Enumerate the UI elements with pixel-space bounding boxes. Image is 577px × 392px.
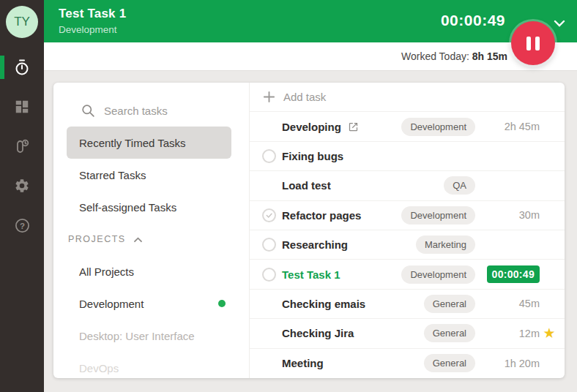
main-panel: Recently Timed Tasks Starred Tasks Self-… [53,83,565,378]
sidebar: TY ? [0,0,44,392]
search-icon [81,104,95,118]
current-task-title: Test Task 1 [59,7,126,21]
task-time: 12m [519,328,540,339]
current-task-project: Development [59,24,126,35]
nav-item[interactable]: All Projects [53,255,249,287]
task-time: 45m [519,298,540,309]
task-pane: Add task Developing Development 2h 45m ★… [250,83,565,378]
checkbox-slot [256,238,282,252]
checkbox-slot [256,149,282,163]
worked-today-value: 8h 15m [472,50,507,62]
nav-item[interactable]: DevOps [53,352,249,378]
task-title: Checking emais [282,298,365,310]
nav-item-label: Desktop: User Interface [79,330,195,342]
task-title: Fixing bugs [282,150,343,162]
chevron-down-icon[interactable] [554,18,565,26]
task-row[interactable]: Meeting General 1h 20m ★ [250,349,565,378]
nav-item-label: Development [79,298,144,310]
nav-item-label: Self-assigned Tasks [79,201,176,214]
pause-button[interactable] [511,21,555,65]
task-time: 2h 45m [505,121,540,132]
nav-item[interactable]: Desktop: User Interface [53,320,249,352]
check-icon [265,211,273,219]
pause-icon [535,37,540,50]
task-row[interactable]: Test Task 1 Development 00:00:49 ★ [250,260,565,289]
task-time-column: 30m [475,209,540,221]
task-time-column: 00:00:49 [475,265,540,283]
project-status-dot [218,300,226,307]
time-entries-icon[interactable] [0,130,44,162]
pause-icon [526,37,531,50]
task-title: Refactor pages [282,209,361,222]
task-title: Load test [282,179,331,192]
task-row[interactable]: Load test QA ★ [250,171,565,200]
timer-icon[interactable] [0,51,44,83]
task-checkbox[interactable] [262,208,276,222]
chevron-up-icon [133,236,143,243]
task-checkbox[interactable] [262,149,276,163]
add-task-button[interactable]: Add task [250,83,565,112]
task-row[interactable]: Researching Marketing ★ [250,230,565,260]
task-checkbox[interactable] [262,268,276,282]
task-time: 1h 20m [505,358,540,369]
task-tag: General [424,324,475,342]
nav-item-label: Recently Timed Tasks [79,137,186,149]
worked-today: Worked Today: 8h 15m [401,50,507,62]
task-tag: QA [444,176,475,195]
dashboard-icon[interactable] [0,91,44,123]
task-title: Test Task 1 [282,268,340,281]
nav-item[interactable]: Recently Timed Tasks [67,127,231,159]
nav-item-label: DevOps [79,362,119,374]
worked-today-label: Worked Today: [401,50,469,62]
timer-header: Test Task 1 Development 00:00:49 [44,0,577,42]
search-row [53,94,249,127]
nav-item-label: Starred Tasks [79,169,146,181]
task-row[interactable]: Developing Development 2h 45m ★ [250,112,565,141]
checkbox-slot [256,268,282,282]
task-checkbox[interactable] [262,238,276,252]
nav-item[interactable]: Development [53,287,249,320]
search-input[interactable] [104,105,214,117]
nav-item[interactable]: Starred Tasks [53,159,249,191]
external-link-icon[interactable] [348,121,359,132]
nav-pane: Recently Timed Tasks Starred Tasks Self-… [53,83,250,378]
settings-icon[interactable] [0,170,44,202]
task-row[interactable]: Checking emais General 45m ★ [250,290,565,319]
timer-badge: 00:00:49 [487,265,540,283]
task-row[interactable]: Checking Jira General 12m ★ [250,319,565,348]
star-icon[interactable]: ★ [540,326,559,340]
checkbox-slot [256,208,282,222]
task-time: 30m [519,209,540,221]
status-strip: Worked Today: 8h 15m [44,42,577,71]
help-icon[interactable]: ? [0,209,44,241]
task-tag: Development [401,118,475,136]
task-row[interactable]: Refactor pages Development 30m ★ [250,201,565,230]
nav-list: Recently Timed Tasks Starred Tasks Self-… [53,127,249,223]
task-time-column: 2h 45m [475,121,540,132]
task-row[interactable]: Fixing bugs ★ [250,142,565,171]
timer-display: 00:00:49 [441,12,505,29]
plus-icon [256,91,282,103]
task-tag: Development [401,265,475,284]
task-title: Meeting [282,357,324,369]
task-title: Researching [282,238,348,251]
task-tag: Marketing [416,235,475,254]
task-time-column: 45m [475,298,540,309]
avatar[interactable]: TY [6,6,38,38]
task-title: Checking Jira [282,327,354,339]
task-tag: General [424,354,475,372]
project-list: All Projects Development Desktop: User I… [53,255,249,378]
task-tag: General [424,295,475,313]
svg-text:?: ? [19,221,24,230]
task-time-column: 1h 20m [475,358,540,369]
task-rows: Developing Development 2h 45m ★ Fixing b… [250,112,565,378]
task-tag: Development [401,206,475,225]
task-time-column: 12m [475,328,540,339]
projects-section-header[interactable]: PROJECTS [53,223,249,255]
nav-item-label: All Projects [79,265,134,278]
task-title: Developing [282,121,341,133]
add-task-label: Add task [283,91,326,103]
projects-header-label: PROJECTS [68,234,126,244]
nav-item[interactable]: Self-assigned Tasks [53,191,249,223]
